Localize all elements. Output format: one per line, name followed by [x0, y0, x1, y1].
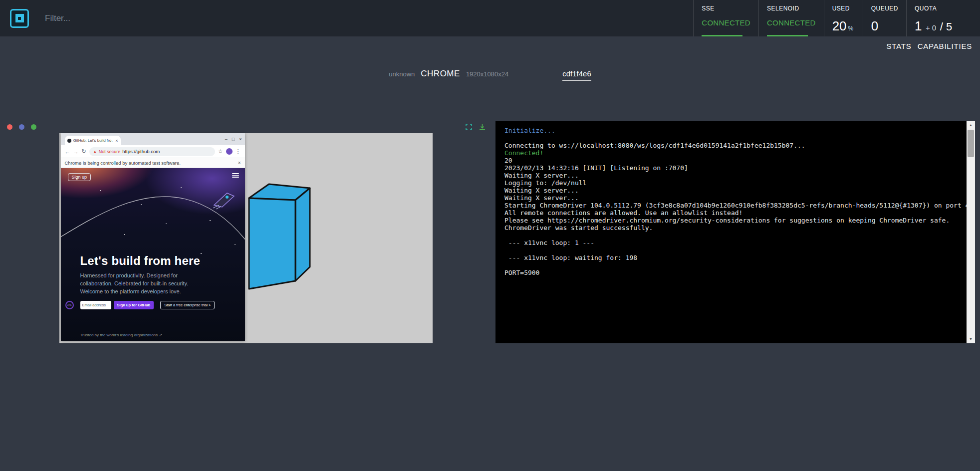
window-minimize-icon: – [225, 137, 228, 142]
stat-used-value: 20 [832, 18, 847, 33]
stat-sse: SSE CONNECTED [693, 0, 758, 36]
terminal-line: All remote connections are allowed. Use … [504, 209, 955, 217]
window-dot-green [31, 124, 36, 130]
back-icon: ← [65, 149, 70, 155]
window-dot-blue [19, 124, 24, 130]
reload-icon: ↻ [82, 148, 86, 155]
stat-selenoid: SELENOID CONNECTED [758, 0, 824, 36]
scroll-thumb[interactable] [968, 130, 974, 157]
stat-used-unit: % [848, 25, 854, 32]
not-secure-icon: ▲ [93, 150, 97, 153]
scroll-up-button[interactable]: ▲ [967, 121, 975, 129]
terminal-line: Starting ChromeDriver 104.0.5112.79 (3cf… [504, 202, 955, 209]
stat-quota-current: 1 [915, 18, 922, 33]
terminal-line: Initialize... [504, 127, 955, 134]
terminal-line: Waiting X server... [504, 187, 955, 194]
stat-quota-pending: + 0 [926, 23, 936, 32]
vnc-screen[interactable]: GitHub: Let's build fro… × – □ × ← → ↻ [59, 133, 433, 343]
stat-quota: QUOTA 1 + 0 / 5 [906, 0, 980, 36]
stat-sse-label: SSE [702, 5, 750, 12]
hero-signup-top-button: Sign up [68, 173, 91, 181]
terminal-line: --- x11vnc loop: 1 --- [504, 239, 955, 246]
stat-sse-value: CONNECTED [702, 18, 750, 27]
hero-subtitle: Harnessed for productivity. Designed for… [80, 272, 206, 296]
tab-close-icon: × [115, 138, 118, 143]
window-maximize-icon: □ [232, 137, 235, 142]
stat-quota-label: QUOTA [915, 5, 970, 12]
automation-close-icon: × [238, 160, 241, 166]
automation-bar: Chrome is being controlled by automated … [61, 158, 245, 168]
session-row[interactable]: unknown CHROME 1920x1080x24 cdf1f4e6 [0, 69, 980, 81]
trusted-text: Trusted by the world's leading organizat… [80, 333, 162, 337]
terminal-line: Please see https://chromedriver.chromium… [504, 217, 955, 224]
terminal-line: Waiting X server... [504, 172, 955, 179]
terminal-line: 20 [504, 157, 955, 164]
bookmark-star-icon: ☆ [218, 148, 223, 155]
hero-title: Let's build from here [80, 254, 201, 268]
stats-group: SSE CONNECTED SELENOID CONNECTED USED 20… [693, 0, 980, 36]
main-area: GitHub: Let's build fro… × – □ × ← → ↻ [0, 121, 975, 343]
terminal-line [504, 261, 955, 269]
window-close-icon: × [239, 137, 242, 142]
vnc-panel: GitHub: Let's build fro… × – □ × ← → ↻ [0, 121, 491, 343]
stat-queued-label: QUEUED [871, 5, 898, 12]
stat-selenoid-label: SELENOID [767, 5, 816, 12]
stat-queued: QUEUED 0 [863, 0, 906, 36]
stat-quota-total: / 5 [940, 20, 952, 33]
canvas-cube [247, 181, 312, 295]
scroll-down-button[interactable]: ▼ [967, 335, 975, 343]
terminal-line: 2023/02/13 14:32:16 [INIT] [Listening on… [504, 164, 955, 172]
selenoid-ui-page: SSE CONNECTED SELENOID CONNECTED USED 20… [0, 0, 980, 471]
trial-button: Start a free enterprise trial > [160, 301, 215, 309]
browser-tabstrip: GitHub: Let's build fro… × – □ × [61, 133, 245, 145]
terminal-panel[interactable]: Initialize... Connecting to ws://localho… [495, 121, 975, 343]
nav-stats-link[interactable]: STATS [887, 42, 912, 50]
scrollbar[interactable]: ▲ ▼ [967, 121, 975, 343]
github-hero: Sign up Let's build from here Harnessed … [61, 168, 245, 341]
top-bar: SSE CONNECTED SELENOID CONNECTED USED 20… [0, 0, 980, 36]
stat-used: USED 20% [824, 0, 863, 36]
address-bar: ▲ Not secure https://github.com [89, 147, 215, 156]
session-resolution: 1920x1080x24 [466, 70, 508, 78]
app-logo-core [18, 17, 21, 20]
browser-tab: GitHub: Let's build fro… × [65, 136, 121, 145]
vnc-actions [466, 124, 486, 130]
terminal-line: Connecting to ws://localhost:8080/ws/log… [504, 142, 955, 149]
window-dots [7, 124, 36, 130]
download-icon[interactable] [479, 124, 486, 130]
url-text: https://github.com [122, 149, 160, 154]
terminal-line: Connected! [504, 149, 955, 157]
hero-form: Email address Sign up for GitHub Start a… [80, 301, 215, 309]
avatar [226, 148, 233, 155]
window-dot-red [7, 124, 12, 130]
code-badge: </> [65, 301, 74, 309]
status-underline [702, 35, 742, 36]
status-underline [767, 35, 808, 36]
terminal-line [504, 134, 955, 142]
email-field: Email address [80, 301, 111, 309]
forward-icon: → [73, 149, 79, 155]
browser-window: GitHub: Let's build fro… × – □ × ← → ↻ [61, 133, 245, 341]
signup-button: Sign up for GitHub [114, 301, 154, 309]
filter-input[interactable] [44, 13, 204, 24]
terminal-log: Initialize... Connecting to ws://localho… [504, 127, 955, 276]
spaceship-illustration [212, 190, 238, 212]
github-favicon [67, 139, 71, 143]
terminal-line: Logging to: /dev/null [504, 179, 955, 187]
session-id[interactable]: cdf1f4e6 [562, 69, 591, 81]
terminal-line: --- x11vnc loop: waiting for: 198 [504, 254, 955, 261]
terminal-line: Waiting X server... [504, 194, 955, 202]
stat-used-label: USED [832, 5, 855, 12]
browser-toolbar: ← → ↻ ▲ Not secure https://github.com ☆ … [61, 145, 245, 158]
nav-links: STATS CAPABILITIES [887, 42, 972, 50]
not-secure-label: Not secure [99, 149, 121, 154]
terminal-line [504, 246, 955, 254]
hamburger-icon [232, 173, 239, 178]
automation-text: Chrome is being controlled by automated … [65, 160, 181, 166]
nav-capabilities-link[interactable]: CAPABILITIES [918, 42, 972, 50]
window-controls: – □ × [225, 137, 242, 142]
app-logo[interactable] [10, 9, 29, 28]
terminal-line [504, 232, 955, 239]
fullscreen-icon[interactable] [466, 124, 472, 130]
terminal-line: ChromeDriver was started successfully. [504, 224, 955, 232]
